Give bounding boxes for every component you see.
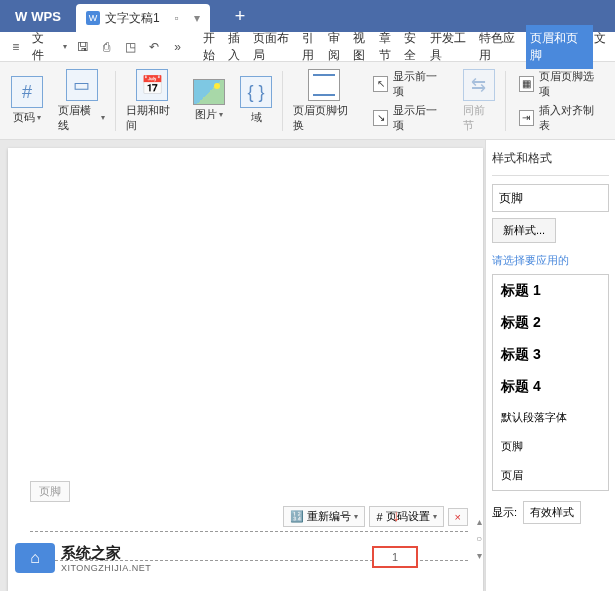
tab-view[interactable]: 视图 [352, 25, 377, 69]
chevron-down-icon: ▾ [433, 512, 437, 521]
style-footer[interactable]: 页脚 [493, 432, 608, 461]
page-number-group[interactable]: # 页码▾ [6, 76, 48, 125]
style-heading1[interactable]: 标题 1 [493, 275, 608, 307]
undo-icon[interactable]: ↶ [146, 39, 162, 55]
styles-panel: 样式和格式 新样式... 请选择要应用的 标题 1 标题 2 标题 3 标题 4… [485, 140, 615, 591]
tab-header-footer[interactable]: 页眉和页脚 [526, 25, 593, 69]
style-heading3[interactable]: 标题 3 [493, 339, 608, 371]
chevron-down-icon: ▾ [354, 512, 358, 521]
scroll-down-icon[interactable]: ▾ [477, 550, 482, 561]
show-label: 显示: [492, 505, 517, 520]
page-settings-button[interactable]: #页码设置▾ [369, 506, 443, 527]
show-prev-label: 显示前一项 [393, 69, 445, 99]
chevron-down-icon: ▾ [37, 113, 41, 122]
panel-title: 样式和格式 [492, 146, 609, 171]
tab-devtools[interactable]: 开发工具 [429, 25, 478, 69]
header-line-label: 页眉横线 [58, 103, 99, 133]
show-prev-button[interactable]: ↖显示前一项 [373, 69, 445, 99]
delete-button[interactable]: × [448, 508, 468, 526]
calendar-icon: 📅 [136, 69, 168, 101]
document-tab[interactable]: W 文字文稿1 ▫ ▾ [76, 4, 210, 32]
scroll-up-icon[interactable]: ▴ [477, 516, 482, 527]
datetime-label: 日期和时间 [126, 103, 178, 133]
content-area: 页脚 🔢重新编号▾ #页码设置▾ × ↓ 1 ▴ ○ ▾ ⌂ 系统之家 XIT [0, 140, 615, 591]
menu-tabs: 开始 插入 页面布局 引用 审阅 视图 章节 安全 开发工具 特色应用 页眉和页… [202, 25, 607, 69]
align-tab-button[interactable]: ⇥插入对齐制表 [519, 103, 601, 133]
footer-tag: 页脚 [30, 481, 70, 502]
nav-group: ↖显示前一项 ↘显示后一项 [365, 69, 453, 133]
watermark-text: 系统之家 [61, 544, 151, 563]
footer-toolbar: 🔢重新编号▾ #页码设置▾ × [30, 506, 468, 527]
tab-title: 文字文稿1 [105, 10, 160, 27]
tab-controls: ▫ ▾ [175, 11, 200, 25]
settings-icon: # [376, 511, 382, 523]
style-default-font[interactable]: 默认段落字体 [493, 403, 608, 432]
tab-special[interactable]: 特色应用 [478, 25, 527, 69]
tab-dropdown-icon[interactable]: ▾ [194, 11, 200, 25]
menu-bar: ≡ 文件 ▾ 🖫 ⎙ ◳ ↶ » 开始 插入 页面布局 引用 审阅 视图 章节 … [0, 32, 615, 62]
tab-text[interactable]: 文 [593, 25, 607, 69]
page[interactable]: 页脚 🔢重新编号▾ #页码设置▾ × ↓ 1 [8, 148, 483, 591]
more-icon[interactable]: » [170, 39, 186, 55]
print-icon[interactable]: ⎙ [99, 39, 115, 55]
tab-start[interactable]: 开始 [202, 25, 227, 69]
doc-icon: W [86, 11, 100, 25]
save-icon[interactable]: 🖫 [75, 39, 91, 55]
show-select[interactable]: 有效样式 [523, 501, 581, 524]
tab-layout[interactable]: 页面布局 [252, 25, 301, 69]
style-heading2[interactable]: 标题 2 [493, 307, 608, 339]
logo-text: WPS [31, 9, 61, 24]
preview-icon[interactable]: ◳ [123, 39, 139, 55]
chevron-down-icon: ▾ [101, 113, 105, 122]
hf-switch-group[interactable]: 页眉页脚切换 [288, 69, 360, 133]
watermark: ⌂ 系统之家 XITONGZHIJIA.NET [15, 543, 151, 573]
file-dropdown-icon[interactable]: ▾ [63, 42, 67, 51]
tab-review[interactable]: 审阅 [327, 25, 352, 69]
tab-section[interactable]: 章节 [378, 25, 403, 69]
tab-menu-icon[interactable]: ▫ [175, 11, 179, 25]
renumber-icon: 🔢 [290, 510, 304, 523]
scroll-controls: ▴ ○ ▾ [473, 516, 485, 561]
field-group[interactable]: { } 域 [235, 76, 277, 125]
wps-logo: W WPS [0, 9, 76, 24]
scroll-mid-icon[interactable]: ○ [476, 533, 482, 544]
new-tab-button[interactable]: + [235, 6, 246, 27]
chevron-down-icon: ▾ [219, 110, 223, 119]
page-number-label: 页码 [13, 110, 35, 125]
picture-group[interactable]: 图片▾ [188, 79, 230, 122]
watermark-url: XITONGZHIJIA.NET [61, 563, 151, 573]
align-label: 插入对齐制表 [539, 103, 601, 133]
tab-reference[interactable]: 引用 [301, 25, 326, 69]
picture-icon [193, 79, 225, 105]
header-line-group[interactable]: ▭ 页眉横线▾ [53, 69, 110, 133]
renumber-button[interactable]: 🔢重新编号▾ [283, 506, 365, 527]
file-menu[interactable]: 文件 [32, 30, 56, 64]
style-header[interactable]: 页眉 [493, 461, 608, 490]
arrow-indicator: ↓ [392, 507, 400, 525]
hf-switch-label: 页眉页脚切换 [293, 103, 355, 133]
tab-security[interactable]: 安全 [403, 25, 428, 69]
document-viewport[interactable]: 页脚 🔢重新编号▾ #页码设置▾ × ↓ 1 ▴ ○ ▾ ⌂ 系统之家 XIT [0, 140, 485, 591]
datetime-group[interactable]: 📅 日期和时间 [121, 69, 183, 133]
tab-insert[interactable]: 插入 [227, 25, 252, 69]
divider [505, 71, 506, 131]
hamburger-icon[interactable]: ≡ [8, 39, 24, 55]
hf-switch-icon [308, 69, 340, 101]
page-number-field[interactable]: 1 [372, 546, 418, 568]
same-section-icon: ⇆ [463, 69, 495, 101]
style-heading4[interactable]: 标题 4 [493, 371, 608, 403]
show-next-label: 显示后一项 [393, 103, 445, 133]
page-number-icon: # [11, 76, 43, 108]
same-section-group[interactable]: ⇆ 同前节 [458, 69, 500, 133]
new-style-button[interactable]: 新样式... [492, 218, 556, 243]
hf-options-button[interactable]: ▦页眉页脚选项 [519, 69, 601, 99]
ribbon: # 页码▾ ▭ 页眉横线▾ 📅 日期和时间 图片▾ { } 域 页眉页脚切换 ↖… [0, 62, 615, 140]
show-next-button[interactable]: ↘显示后一项 [373, 103, 445, 133]
current-style-input[interactable] [492, 184, 609, 212]
options-group: ▦页眉页脚选项 ⇥插入对齐制表 [511, 69, 609, 133]
align-icon: ⇥ [519, 110, 534, 126]
same-section-label: 同前节 [463, 103, 495, 133]
hf-options-label: 页眉页脚选项 [539, 69, 601, 99]
divider [492, 175, 609, 176]
header-line-icon: ▭ [66, 69, 98, 101]
